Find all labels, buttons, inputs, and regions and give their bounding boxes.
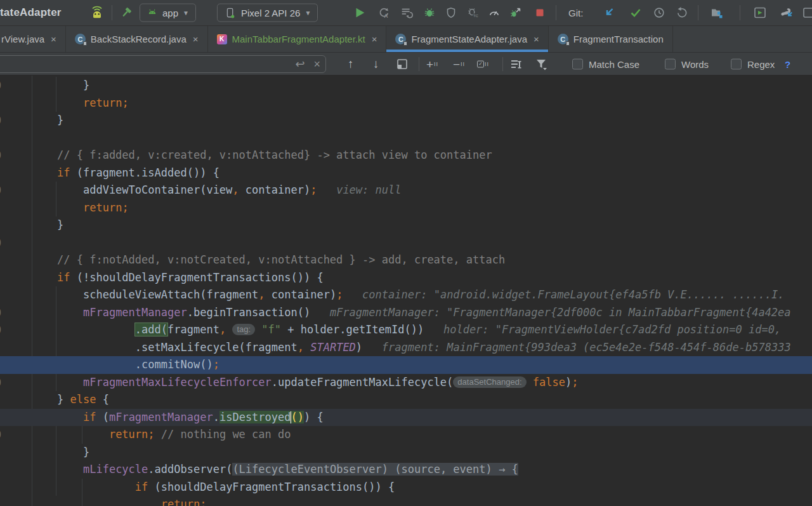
stop-icon[interactable] bbox=[533, 6, 547, 20]
code-line[interactable]: } bbox=[0, 112, 812, 130]
debugger-inline-hint: view: null bbox=[317, 183, 401, 196]
code-token: (shouldDelayFragmentTransactions()) { bbox=[148, 481, 395, 493]
editor-tab[interactable]: CBackStackRecord.java× bbox=[66, 26, 208, 52]
code-token: mFragmentManager bbox=[83, 306, 187, 319]
tab-close-icon[interactable]: × bbox=[372, 34, 377, 44]
code-line[interactable]: return; bbox=[0, 199, 812, 217]
build-hammer-icon[interactable] bbox=[119, 6, 133, 20]
code-line[interactable]: addViewToContainer(view, container); vie… bbox=[0, 182, 812, 199]
tab-close-icon[interactable]: × bbox=[51, 34, 56, 44]
code-line[interactable]: // { f:notAdded, v:notCreated, v:notAtta… bbox=[0, 251, 812, 269]
run-window-icon[interactable] bbox=[752, 5, 768, 20]
code-line[interactable]: mFragmentManager.beginTransaction() mFra… bbox=[0, 304, 812, 322]
words-label: Words bbox=[681, 58, 709, 69]
code-token: container) bbox=[265, 288, 337, 301]
search-input[interactable] bbox=[1, 57, 267, 72]
search-history-icon[interactable]: ↩ bbox=[295, 58, 304, 70]
code-token: ) bbox=[356, 341, 362, 354]
code-line[interactable]: } bbox=[0, 77, 812, 95]
match-case-label: Match Case bbox=[589, 58, 639, 69]
tab-label: rView.java bbox=[1, 34, 44, 44]
code-line[interactable]: scheduleViewAttach(fragment, container);… bbox=[0, 286, 812, 304]
run-config-selector[interactable]: app ▼ bbox=[140, 4, 196, 22]
code-token: (fragment.isAdded()) { bbox=[70, 166, 219, 179]
debug-icon[interactable] bbox=[422, 6, 436, 20]
apply-code-changes-icon[interactable] bbox=[400, 6, 414, 20]
clear-search-icon[interactable]: × bbox=[313, 58, 320, 70]
git-update-icon[interactable] bbox=[601, 5, 617, 20]
code-line[interactable]: } else { bbox=[0, 391, 812, 409]
code-token: .beginTransaction() bbox=[187, 306, 310, 319]
attach-debugger-icon[interactable] bbox=[509, 6, 523, 20]
code-line[interactable]: // { f:added, v:created, v:notAttached} … bbox=[0, 147, 812, 164]
code-line[interactable]: mLifecycle.addObserver((LifecycleEventOb… bbox=[0, 461, 812, 479]
tab-close-icon[interactable]: × bbox=[534, 34, 539, 44]
code-line[interactable]: if (shouldDelayFragmentTransactions()) { bbox=[0, 479, 812, 496]
code-token: return bbox=[109, 428, 148, 441]
code-line[interactable]: return; bbox=[0, 496, 812, 506]
editor-tab[interactable]: KMainTabbarFragmentAdapter.kt× bbox=[208, 26, 387, 52]
editor-tab[interactable]: CFragmentTransaction bbox=[549, 26, 673, 52]
code-token: ; bbox=[122, 201, 128, 214]
run-button[interactable] bbox=[353, 6, 367, 20]
code-token: (!shouldDelayFragmentTransactions()) { bbox=[70, 271, 323, 284]
code-token: , bbox=[232, 183, 239, 196]
code-token: ; bbox=[336, 288, 343, 301]
code-line[interactable] bbox=[0, 234, 812, 252]
code-line[interactable]: .commitNow(); bbox=[0, 356, 812, 374]
editor-tab[interactable]: rView.java× bbox=[0, 26, 66, 52]
match-case-option: Match Case bbox=[572, 58, 639, 69]
multiline-search-button[interactable] bbox=[510, 58, 523, 70]
coverage-icon[interactable] bbox=[444, 6, 458, 20]
gradle-sync-icon[interactable] bbox=[778, 4, 794, 21]
class-file-icon: C bbox=[75, 34, 86, 44]
editor-tab[interactable]: CFragmentStateAdapter.java× bbox=[386, 26, 548, 52]
remove-occurrence-button[interactable]: −II bbox=[453, 58, 465, 70]
project-structure-icon[interactable] bbox=[709, 5, 724, 20]
code-token: } bbox=[57, 393, 70, 406]
revert-icon[interactable] bbox=[675, 6, 689, 20]
debugger-inline-hint: mFragmentManager: "FragmentManager{2df00… bbox=[310, 306, 790, 319]
code-token: () bbox=[291, 411, 304, 423]
code-line[interactable]: if (fragment.isAdded()) { bbox=[0, 164, 812, 182]
tab-close-icon[interactable]: × bbox=[193, 34, 199, 44]
code-line[interactable]: return; // nothing we can do bbox=[0, 426, 812, 444]
filter-search-button[interactable] bbox=[534, 57, 548, 71]
code-token: ; bbox=[572, 376, 578, 389]
code-token bbox=[255, 323, 261, 336]
code-line[interactable] bbox=[0, 130, 812, 147]
profiler-gauge-icon[interactable] bbox=[487, 6, 501, 20]
device-selector[interactable]: Pixel 2 API 26 ▼ bbox=[217, 4, 318, 22]
code-line[interactable]: if (mFragmentManager.isDestroyed()) { bbox=[0, 409, 812, 427]
code-token: if bbox=[83, 411, 96, 423]
apply-changes-icon[interactable]: A bbox=[377, 6, 391, 20]
previous-match-button[interactable]: ↑ bbox=[348, 57, 354, 71]
code-line[interactable]: } bbox=[0, 444, 812, 462]
regex-help-icon[interactable]: ? bbox=[785, 58, 790, 69]
select-all-occurrences-button[interactable]: ✓II bbox=[477, 60, 489, 67]
add-occurrence-button[interactable]: +II bbox=[426, 58, 438, 70]
code-token: } bbox=[57, 114, 63, 126]
android-app-icon bbox=[147, 7, 158, 18]
code-token: // { f:added, v:created, v:notAttached} … bbox=[57, 149, 492, 161]
debugger-inline-hint: container: "android.widget.FrameLayout{e… bbox=[343, 288, 784, 301]
code-line[interactable]: .setMaxLifecycle(fragment, STARTED) frag… bbox=[0, 339, 812, 357]
history-clock-icon[interactable] bbox=[652, 6, 666, 20]
next-match-button[interactable]: ↓ bbox=[373, 57, 379, 71]
regex-checkbox[interactable] bbox=[731, 58, 742, 69]
code-editor[interactable]: 0000000000 } return;}// { f:added, v:cre… bbox=[0, 76, 812, 506]
code-line[interactable]: } bbox=[0, 216, 812, 234]
words-checkbox[interactable] bbox=[665, 58, 676, 69]
git-commit-icon[interactable] bbox=[628, 5, 643, 20]
code-token: if bbox=[57, 271, 70, 284]
code-line[interactable]: if (!shouldDelayFragmentTransactions()) … bbox=[0, 269, 812, 287]
match-case-checkbox[interactable] bbox=[572, 58, 583, 69]
code-token: mFragmentManager bbox=[109, 411, 213, 423]
code-line[interactable]: return; bbox=[0, 95, 812, 112]
device-manager-icon[interactable] bbox=[803, 5, 812, 20]
profile-icon[interactable]: TC bbox=[466, 6, 480, 20]
code-pane[interactable]: } return;}// { f:added, v:created, v:not… bbox=[0, 77, 812, 506]
find-in-selection-button[interactable] bbox=[396, 58, 409, 70]
code-line[interactable]: .add(fragment, tag: "f" + holder.getItem… bbox=[0, 321, 812, 339]
code-line[interactable]: mFragmentMaxLifecycleEnforcer.updateFrag… bbox=[0, 374, 812, 392]
